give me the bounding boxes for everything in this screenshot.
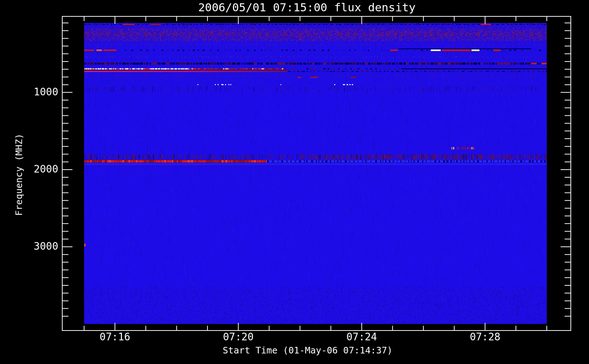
- y-tick-label: 3000: [15, 241, 58, 252]
- y-tick-label: 1000: [15, 87, 58, 98]
- spectrogram-canvas: [0, 0, 589, 364]
- spectrogram-figure: 2006/05/01 07:15:00 flux density Frequen…: [0, 0, 589, 364]
- y-tick-label: 2000: [15, 164, 58, 175]
- x-tick-label: 07:28: [460, 332, 511, 343]
- x-tick-label: 07:20: [213, 332, 264, 343]
- plot-title: 2006/05/01 07:15:00 flux density: [198, 1, 415, 14]
- x-tick-label: 07:16: [90, 332, 141, 343]
- x-tick-label: 07:24: [336, 332, 387, 343]
- y-axis-label: Frequency (MHZ): [14, 134, 24, 216]
- x-axis-label: Start Time (01-May-06 07:14:37): [223, 345, 393, 356]
